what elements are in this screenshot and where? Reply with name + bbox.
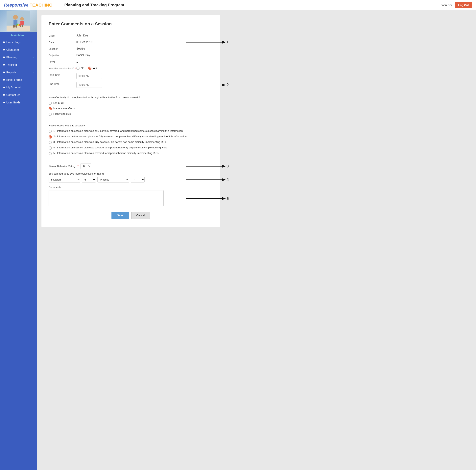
eff-radio-3[interactable]	[49, 141, 52, 144]
session-no-radio[interactable]	[76, 66, 80, 70]
sidebar-item-my-account[interactable]: My Account	[0, 84, 37, 91]
level-label: Level	[49, 60, 76, 64]
arrow-2: 2	[186, 82, 229, 88]
location-value: Seattle	[76, 47, 85, 50]
header: Responsive TEACHING Planning and Trackin…	[0, 0, 476, 10]
eff-option-1[interactable]: 1 - Information on session plan was only…	[49, 130, 213, 133]
chevron-right-icon-tracking: ›	[33, 64, 34, 66]
svg-rect-4	[13, 25, 15, 28]
date-value: 03-Dec-2019	[76, 40, 92, 44]
objective-label: Objective	[49, 53, 76, 57]
pivotal-rating-select[interactable]: 8 1234 567910	[81, 163, 91, 169]
sidebar-item-tracking[interactable]: Tracking ›	[0, 61, 37, 68]
pivotal-label: Pivotal Behavior Rating	[49, 165, 75, 168]
date-row: Date 03-Dec-2019 1	[49, 40, 213, 44]
location-label: Location	[49, 47, 76, 50]
svg-rect-12	[19, 24, 21, 26]
objective2-select[interactable]: Practice Initiation Generalization Maint…	[97, 177, 129, 182]
session-held-row: Was the session held? * No Yes	[49, 66, 213, 70]
save-button[interactable]: Save	[111, 212, 129, 219]
caregiver-options: Not at all Made some efforts Highly effe…	[49, 101, 213, 116]
chevron-right-icon-planning: ›	[33, 56, 34, 59]
arrow-1-svg	[186, 39, 226, 45]
arrow-4-svg	[186, 177, 226, 182]
caregiver-not-at-all-radio[interactable]	[49, 102, 52, 105]
caregiver-not-at-all[interactable]: Not at all	[49, 101, 213, 105]
objective-value: Social Play	[76, 53, 90, 57]
page-title: Planning and Tracking Program	[65, 3, 124, 7]
objective2-rating-select[interactable]: 7 1234 568910	[131, 177, 145, 182]
eff-option-4[interactable]: 4 - Information on session plan was cove…	[49, 146, 213, 150]
divider-3	[49, 159, 213, 159]
chevron-right-icon-client-info: ›	[33, 48, 34, 51]
eff-option-5[interactable]: 5 - Information on session plan was cove…	[49, 152, 213, 155]
logout-button[interactable]: Log Out	[455, 2, 472, 8]
sidebar-item-contact-us-label: Contact Us	[6, 93, 20, 97]
logo: Responsive TEACHING	[4, 2, 52, 8]
nav-dot-my-account	[3, 87, 5, 88]
eff-radio-5[interactable]	[49, 152, 52, 155]
svg-rect-5	[16, 25, 17, 28]
arrow-2-svg	[186, 82, 226, 88]
eff-option-2[interactable]: 2 - Information on the session plan was …	[49, 135, 213, 139]
nav-dot-reports	[3, 72, 5, 73]
session-yes-option[interactable]: Yes	[88, 66, 97, 70]
eff-radio-2[interactable]	[49, 135, 52, 139]
level-row: Level 1	[49, 60, 213, 64]
sidebar: Main Menu Home Page Client Info › Planni…	[0, 10, 37, 470]
caregiver-made-some-efforts[interactable]: Made some efforts	[49, 107, 213, 110]
comments-textarea[interactable]	[49, 190, 164, 206]
button-row: Save Cancel	[49, 212, 213, 219]
form-title: Enter Comments on a Session	[49, 21, 213, 29]
nav-dot-contact-us	[3, 94, 5, 96]
sidebar-item-reports[interactable]: Reports ›	[0, 68, 37, 76]
sidebar-item-tracking-label: Tracking	[6, 63, 17, 66]
objectives-section: You can add up to two more objectives fo…	[49, 172, 213, 182]
client-value: John Doe	[76, 34, 88, 37]
arrow-3: 3	[186, 163, 229, 169]
username-display: John Doe	[441, 3, 453, 7]
logo-responsive: Responsive	[4, 2, 29, 8]
sidebar-item-user-guide-label: User Guide	[6, 101, 20, 104]
start-time-label: Start Time	[49, 73, 76, 77]
sidebar-item-blank-forms[interactable]: Blank Forms	[0, 76, 37, 84]
form-card: Enter Comments on a Session Client John …	[41, 15, 220, 227]
eff-option-3[interactable]: 3 - Information on session plan was full…	[49, 141, 213, 144]
arrow-1: 1	[186, 39, 229, 45]
sidebar-item-home-label: Home Page	[6, 41, 21, 44]
session-yes-radio[interactable]	[88, 66, 91, 70]
svg-rect-11	[17, 24, 18, 25]
location-row: Location Seattle	[49, 47, 213, 50]
arrow-5-svg	[186, 196, 226, 201]
caregiver-highly-effective-radio[interactable]	[49, 113, 52, 116]
objective1-select[interactable]: Initiation Practice Generalization Maint…	[49, 177, 80, 182]
sidebar-item-user-guide[interactable]: User Guide	[0, 99, 37, 106]
caregiver-highly-effective[interactable]: Highly effective	[49, 112, 213, 116]
arrow-4-label: 4	[226, 177, 229, 182]
logo-teaching: TEACHING	[30, 2, 52, 8]
eff-radio-1[interactable]	[49, 130, 52, 133]
sidebar-item-client-info[interactable]: Client Info ›	[0, 46, 37, 53]
sidebar-item-planning-label: Planning	[6, 56, 17, 59]
session-no-option[interactable]: No	[76, 66, 84, 70]
main-content: Enter Comments on a Session Client John …	[37, 10, 476, 470]
sidebar-item-planning[interactable]: Planning ›	[0, 53, 37, 61]
objective1-rating-select[interactable]: 6 1234 578910	[82, 177, 96, 182]
nav-dot-blank-forms	[3, 79, 5, 81]
nav-dot-tracking	[3, 64, 5, 65]
end-time-input[interactable]	[76, 82, 102, 88]
objectives-row: Initiation Practice Generalization Maint…	[49, 177, 213, 182]
nav-dot-client-info	[3, 49, 5, 50]
svg-rect-9	[22, 25, 23, 27]
caregiver-highly-effective-label: Highly effective	[53, 112, 71, 115]
cancel-button[interactable]: Cancel	[131, 212, 150, 219]
start-time-input[interactable]	[76, 73, 102, 79]
objectives-label: You can add up to two more objectives fo…	[49, 172, 213, 175]
sidebar-item-contact-us[interactable]: Contact Us	[0, 91, 37, 99]
svg-rect-1	[7, 26, 30, 31]
sidebar-item-home[interactable]: Home Page	[0, 38, 37, 46]
sidebar-image-svg	[7, 11, 30, 31]
eff-radio-4[interactable]	[49, 146, 52, 150]
caregiver-made-some-efforts-radio[interactable]	[49, 107, 52, 110]
arrow-3-svg	[186, 163, 226, 169]
